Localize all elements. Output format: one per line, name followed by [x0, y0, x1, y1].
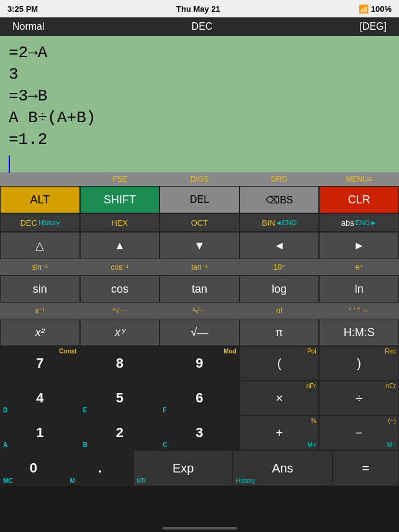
x-inv-label: x⁻¹ — [0, 303, 80, 319]
dec-hex-row: DEC History HEX OCT BIN ◄ENG abs ENG► — [0, 213, 399, 232]
neg-label: (−) — [388, 417, 396, 424]
five-button[interactable]: 5 E — [80, 381, 160, 415]
del-button[interactable]: DEL — [159, 186, 240, 213]
one-button[interactable]: 1 A — [0, 415, 80, 450]
digs-label: DIGS — [159, 172, 240, 186]
func-labels-row: FSE DIGS DRG MENU≡ — [0, 172, 399, 186]
left-fill-button[interactable]: ◄ — [240, 232, 320, 259]
sin-button[interactable]: sin — [0, 275, 80, 303]
pow-labels-row: x⁻¹ ˣ√— ³√— n! ° ′ ″ ↔ — [0, 303, 399, 319]
bs-button[interactable]: ⌫BS — [240, 186, 320, 213]
n-fact-label: n! — [240, 303, 320, 319]
open-paren-button[interactable]: ( Pol — [240, 346, 320, 381]
pow-row: x² xʸ √— π H:M:S — [0, 319, 399, 346]
exp-button[interactable]: Exp MR — [133, 450, 233, 486]
mod-label: Mod — [223, 348, 236, 355]
hex-button[interactable]: HEX — [80, 213, 160, 232]
mr-label: MR — [137, 477, 146, 484]
exp-label: Exp — [173, 461, 194, 476]
eight-button[interactable]: 8 — [80, 346, 160, 381]
eight-label: 8 — [116, 355, 123, 371]
cursor-line — [9, 151, 390, 172]
dec-button[interactable]: DEC History — [0, 213, 80, 232]
display-line-1: =2→A — [9, 42, 390, 64]
pol-label: Pol — [307, 348, 316, 355]
row-456: 4 D 5 E 6 F × nPr ÷ nCr — [0, 381, 399, 415]
xy-button[interactable]: xʸ — [80, 319, 160, 346]
equals-button[interactable]: = — [333, 450, 400, 486]
four-button[interactable]: 4 D — [0, 381, 80, 415]
add-button[interactable]: + % M+ — [240, 415, 320, 450]
e-x-label: eˣ — [319, 259, 399, 275]
down-fill-button[interactable]: ▼ — [159, 232, 240, 259]
date-display: Thu May 21 — [176, 4, 220, 14]
nine-button[interactable]: 9 Mod — [159, 346, 240, 381]
trig-row: sin cos tan log ln — [0, 275, 399, 303]
row-123: 1 A 2 B 3 C + % M+ − (−) M− — [0, 415, 399, 450]
alt-button[interactable]: ALT — [0, 186, 80, 213]
three-button[interactable]: 3 C — [159, 415, 240, 450]
divide-label: ÷ — [356, 391, 362, 406]
angle-mode[interactable]: [DEG] — [359, 21, 387, 32]
seven-button[interactable]: 7 Const — [0, 346, 80, 381]
mode-bar: Normal DEC [DEG] — [0, 17, 399, 36]
d-label: D — [3, 407, 7, 414]
close-paren-button[interactable]: ) Rec — [319, 346, 399, 381]
row-789: 7 Const 8 9 Mod ( Pol ) Rec — [0, 346, 399, 381]
zero-button[interactable]: 0 MC — [0, 450, 67, 486]
up-outline-button[interactable]: △ — [0, 232, 80, 259]
right-fill-button[interactable]: ► — [319, 232, 399, 259]
log-button[interactable]: log — [240, 275, 320, 303]
x2-button[interactable]: x² — [0, 319, 80, 346]
multiply-button[interactable]: × nPr — [240, 381, 320, 415]
clr-button[interactable]: CLR — [319, 186, 399, 213]
m-label: M — [70, 477, 75, 484]
multiply-label: × — [276, 391, 283, 406]
npr-label: nPr — [307, 383, 316, 389]
tan-button[interactable]: tan — [159, 275, 240, 303]
five-label: 5 — [116, 390, 123, 406]
up-fill-button[interactable]: ▲ — [80, 232, 160, 259]
calc-mode[interactable]: Normal — [12, 21, 45, 32]
three-label: 3 — [195, 425, 203, 441]
display-line-4: A B÷(A+B) — [9, 107, 390, 129]
sqrt-button[interactable]: √— — [159, 319, 240, 346]
shift-button[interactable]: SHIFT — [80, 186, 160, 213]
seven-label: 7 — [36, 355, 43, 371]
ten-x-label: 10ˣ — [240, 259, 320, 275]
zero-label: 0 — [30, 460, 37, 476]
nine-label: 9 — [195, 355, 203, 371]
fse-label-spacer — [0, 172, 80, 186]
abs-eng-button[interactable]: abs ENG► — [319, 213, 399, 232]
divide-button[interactable]: ÷ nCr — [319, 381, 399, 415]
ncr-label: nCr — [386, 383, 396, 389]
num-system[interactable]: DEC — [192, 21, 213, 32]
six-label: 6 — [195, 390, 203, 406]
f-label: F — [163, 407, 166, 414]
ln-button[interactable]: ln — [319, 275, 399, 303]
e-label: E — [83, 407, 87, 414]
equals-label: = — [362, 461, 369, 476]
arrows-row: △ ▲ ▼ ◄ ► — [0, 232, 399, 259]
subtract-button[interactable]: − (−) M− — [319, 415, 399, 450]
cos-button[interactable]: cos — [80, 275, 160, 303]
cube-root-label: ³√— — [159, 303, 240, 319]
pi-button[interactable]: π — [240, 319, 320, 346]
hms-button[interactable]: H:M:S — [319, 319, 399, 346]
ans-label: Ans — [272, 461, 293, 476]
dot-button[interactable]: . M — [67, 450, 134, 486]
open-paren-label: ( — [277, 357, 282, 371]
drg-label: DRG — [240, 172, 320, 186]
six-button[interactable]: 6 F — [159, 381, 240, 415]
menu-label: MENU≡ — [319, 172, 399, 186]
two-button[interactable]: 2 B — [80, 415, 160, 450]
two-label: 2 — [116, 425, 123, 441]
oct-button[interactable]: OCT — [159, 213, 240, 232]
time-display: 3:25 PM — [7, 4, 38, 14]
sin-inv-label: sin⁻¹ — [0, 259, 80, 275]
home-indicator — [163, 527, 237, 530]
bin-button[interactable]: BIN ◄ENG — [240, 213, 320, 232]
const-label: Const — [59, 348, 76, 355]
ans-button[interactable]: Ans History — [233, 450, 332, 486]
cos-inv-label: cos⁻¹ — [80, 259, 160, 275]
